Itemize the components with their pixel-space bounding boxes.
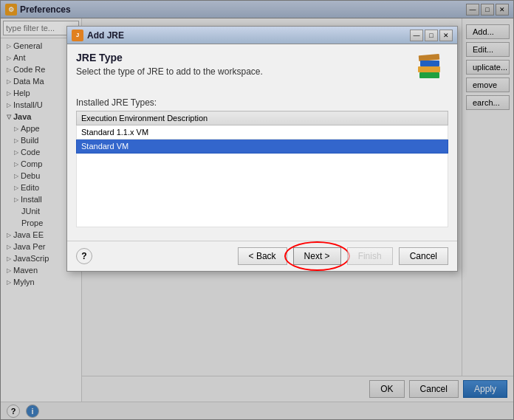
dialog-header-title: JRE Type	[76, 52, 413, 63]
book-2	[420, 61, 439, 66]
table-empty-row	[77, 154, 448, 227]
dialog-help-button[interactable]: ?	[76, 248, 92, 264]
next-button-wrapper: Next >	[293, 247, 341, 265]
jre-table-container: Execution Environment Description Standa…	[76, 111, 448, 227]
jre-table: Execution Environment Description Standa…	[76, 111, 448, 227]
table-cell-row2: Standard VM	[77, 140, 448, 154]
dialog-titlebar-controls: — □ ✕	[410, 30, 453, 41]
table-column-header: Execution Environment Description	[77, 111, 448, 125]
modal-overlay: J Add JRE — □ ✕ JRE Type Select the type…	[0, 0, 514, 420]
table-row[interactable]: Standard 1.1.x VM	[77, 125, 448, 140]
dialog-header-text: JRE Type Select the type of JRE to add t…	[76, 52, 413, 77]
dialog-titlebar: J Add JRE — □ ✕	[67, 27, 457, 44]
dialog-header-subtitle: Select the type of JRE to add to the wor…	[76, 66, 413, 77]
table-cell-row1: Standard 1.1.x VM	[77, 125, 448, 140]
next-button[interactable]: Next >	[293, 247, 341, 265]
cancel-button[interactable]: Cancel	[399, 247, 448, 265]
dialog-close-button[interactable]: ✕	[439, 30, 453, 41]
back-button[interactable]: < Back	[238, 247, 287, 265]
table-row-selected[interactable]: Standard VM	[77, 140, 448, 154]
dialog-footer: ? < Back Next > Finish Cancel	[67, 241, 457, 271]
book-3	[418, 66, 440, 72]
books-icon	[416, 55, 445, 84]
finish-button[interactable]: Finish	[347, 247, 393, 265]
dialog-header-icon	[413, 52, 448, 87]
dialog-minimize-button[interactable]: —	[410, 30, 423, 41]
dialog-title-text: Add JRE	[87, 30, 410, 41]
add-jre-dialog: J Add JRE — □ ✕ JRE Type Select the type…	[66, 26, 458, 272]
book-4	[419, 72, 439, 78]
dialog-header: JRE Type Select the type of JRE to add t…	[76, 52, 448, 87]
dialog-body: JRE Type Select the type of JRE to add t…	[67, 44, 457, 241]
installed-label: Installed JRE Types:	[76, 97, 448, 108]
dialog-title-icon: J	[72, 30, 83, 41]
dialog-maximize-button[interactable]: □	[425, 30, 438, 41]
